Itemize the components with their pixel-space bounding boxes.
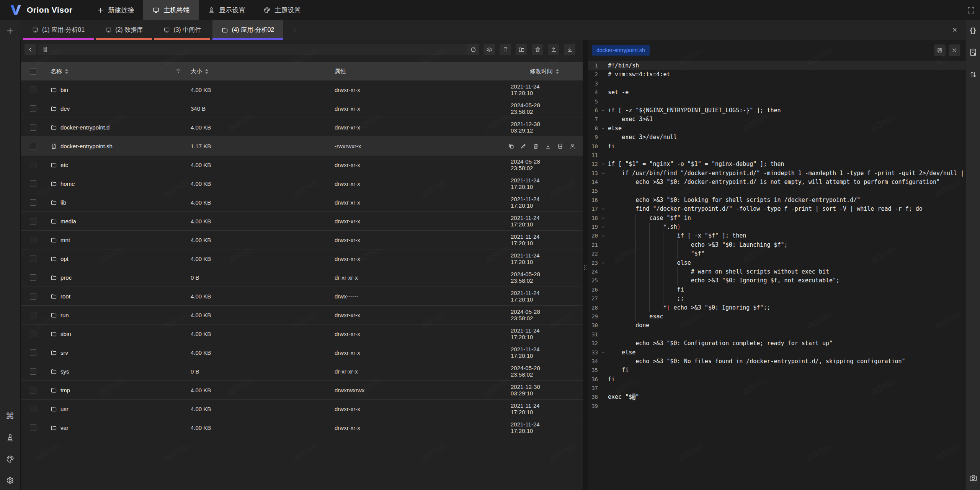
theme-settings-button[interactable] (5, 454, 15, 464)
file-name[interactable]: dev (60, 105, 70, 112)
delete-icon[interactable] (532, 143, 539, 149)
row-checkbox[interactable] (30, 406, 36, 412)
braces-button[interactable]: {} (968, 25, 978, 35)
file-name[interactable]: root (60, 293, 70, 300)
code-line[interactable]: 31 (588, 330, 966, 339)
code-line[interactable]: 10 fi (588, 142, 966, 151)
code-line[interactable]: 36 fi (588, 375, 966, 384)
code-line[interactable]: 25 echo >&3 "$0: Ignoring $f, not execut… (588, 276, 966, 285)
fold-chevron-icon[interactable] (598, 79, 608, 88)
fold-chevron-icon[interactable] (598, 115, 608, 124)
row-checkbox[interactable] (30, 218, 36, 225)
row-checkbox[interactable] (30, 162, 36, 168)
fullscreen-button[interactable] (965, 5, 976, 15)
row-checkbox[interactable] (30, 87, 36, 93)
refresh-button[interactable] (467, 44, 479, 55)
code-line[interactable]: 11 (588, 151, 966, 160)
code-line[interactable]: 23 else (588, 259, 966, 267)
fold-chevron-icon[interactable] (598, 169, 608, 178)
fold-chevron-icon[interactable] (598, 384, 608, 393)
code-line[interactable]: 20 if [ -x "$f" ]; then (588, 231, 966, 240)
code-line[interactable]: 5 (588, 97, 966, 106)
code-editor[interactable]: 1 #!/bin/sh 2 # vim:sw=4:ts=4:et 3 4 set… (588, 61, 966, 411)
table-row[interactable]: var 4.00 KB drwxr-xr-x 2021-11-24 17:20:… (21, 418, 583, 437)
file-name[interactable]: mnt (60, 237, 70, 243)
code-line[interactable]: 28 *) echo >&3 "$0: Ignoring $f";; (588, 303, 966, 312)
code-line[interactable]: 37 (588, 384, 966, 393)
permission-icon[interactable] (569, 143, 576, 149)
code-line[interactable]: 33 else (588, 348, 966, 357)
download-button[interactable] (564, 44, 575, 55)
row-checkbox[interactable] (30, 387, 36, 393)
save-button[interactable] (934, 44, 946, 56)
table-row[interactable]: dev 340 B drwxr-xr-x 2024-05-28 23:58:02 (21, 99, 583, 118)
code-line[interactable]: 7 exec 3>&1 (588, 115, 966, 124)
close-panel-button[interactable] (952, 20, 958, 40)
file-name[interactable]: docker-entrypoint.d (60, 124, 109, 131)
file-name[interactable]: etc (60, 162, 68, 168)
back-button[interactable] (24, 44, 36, 55)
row-checkbox[interactable] (30, 143, 36, 149)
fold-chevron-icon[interactable] (598, 133, 608, 142)
table-row[interactable]: srv 4.00 KB drwxr-xr-x 2021-11-24 17:20:… (21, 343, 583, 362)
code-line[interactable]: 14 echo >&3 "$0: /docker-entrypoint.d/ i… (588, 178, 966, 187)
show-hidden-button[interactable] (483, 44, 495, 55)
row-checkbox[interactable] (30, 237, 36, 243)
code-line[interactable]: 2 # vim:sw=4:ts=4:et (588, 70, 966, 79)
session-tab-3[interactable]: (3) 中间件 (154, 20, 210, 40)
fold-chevron-icon[interactable] (598, 124, 608, 133)
code-line[interactable]: 13 if /usr/bin/find "/docker-entrypoint.… (588, 169, 966, 178)
sort-lines-button[interactable] (968, 69, 978, 80)
fold-chevron-icon[interactable] (598, 339, 608, 348)
upload-button[interactable] (548, 44, 559, 55)
fold-chevron-icon[interactable] (598, 312, 608, 321)
code-line[interactable]: 30 done (588, 321, 966, 330)
fold-chevron-icon[interactable] (598, 70, 608, 79)
nav-item-stamp[interactable]: 显示设置 (199, 0, 254, 20)
path-input[interactable] (38, 44, 470, 55)
code-line[interactable]: 29 esac (588, 312, 966, 321)
file-name[interactable]: lib (60, 199, 66, 206)
code-line[interactable]: 16 echo >&3 "$0: Looking for shell scrip… (588, 196, 966, 205)
sort-name[interactable] (65, 69, 68, 74)
table-row[interactable]: sbin 4.00 KB drwxr-xr-x 2021-11-24 17:20… (21, 324, 583, 343)
file-name[interactable]: tmp (60, 387, 70, 393)
session-tab-1[interactable]: (1) 应用-分析01 (23, 20, 94, 40)
sort-mtime[interactable] (556, 69, 559, 74)
fold-chevron-icon[interactable] (598, 223, 608, 231)
fold-chevron-icon[interactable] (598, 187, 608, 195)
table-row[interactable]: home 4.00 KB drwxr-xr-x 2021-11-24 17:20… (21, 174, 583, 193)
fold-chevron-icon[interactable] (598, 276, 608, 285)
brand[interactable]: Orion Visor (0, 4, 72, 16)
select-all-checkbox[interactable] (30, 68, 36, 75)
fold-chevron-icon[interactable] (598, 249, 608, 258)
file-bookmark-button[interactable] (968, 47, 978, 57)
code-line[interactable]: 39 (588, 402, 966, 411)
file-name[interactable]: bin (60, 87, 68, 93)
display-settings-button[interactable] (5, 432, 15, 443)
new-file-button[interactable] (500, 44, 511, 55)
fold-chevron-icon[interactable] (598, 142, 608, 151)
fold-chevron-icon[interactable] (598, 196, 608, 205)
file-name[interactable]: docker-entrypoint.sh (60, 143, 113, 149)
table-row[interactable]: etc 4.00 KB drwxr-xr-x 2024-05-28 23:58:… (21, 156, 583, 174)
row-checkbox[interactable] (30, 293, 36, 300)
close-editor-button[interactable] (949, 44, 960, 56)
fold-chevron-icon[interactable] (598, 61, 608, 70)
code-line[interactable]: 19 *.sh) (588, 223, 966, 231)
code-line[interactable]: 32 echo >&3 "$0: Configuration complete;… (588, 339, 966, 348)
table-row[interactable]: docker-entrypoint.d 4.00 KB drwxr-xr-x 2… (21, 118, 583, 137)
file-name[interactable]: usr (60, 406, 69, 412)
sort-size[interactable] (205, 69, 208, 74)
code-line[interactable]: 8 else (588, 124, 966, 133)
file-name[interactable]: run (60, 312, 69, 318)
file-name[interactable]: proc (60, 274, 72, 281)
row-checkbox[interactable] (30, 256, 36, 262)
file-name[interactable]: var (60, 424, 69, 431)
file-name[interactable]: sbin (60, 331, 71, 337)
nav-item-plus[interactable]: 新建连接 (88, 0, 143, 20)
table-row[interactable]: opt 4.00 KB drwxr-xr-x 2021-11-24 17:20:… (21, 249, 583, 268)
row-checkbox[interactable] (30, 331, 36, 337)
table-row[interactable]: docker-entrypoint.sh 1.17 KB -rwxrwxr-x (21, 137, 583, 156)
table-row[interactable]: tmp 4.00 KB drwxrwxrwx 2021-12-30 03:29:… (21, 381, 583, 400)
